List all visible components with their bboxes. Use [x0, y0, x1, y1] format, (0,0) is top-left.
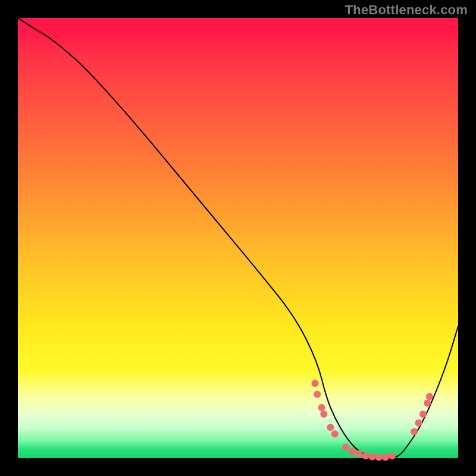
data-marker [327, 424, 334, 431]
data-marker [426, 393, 433, 400]
data-marker [356, 450, 363, 458]
data-marker [314, 391, 321, 398]
data-marker [331, 430, 339, 437]
data-marker [318, 404, 325, 411]
plot-area [18, 18, 458, 458]
data-marker [424, 400, 431, 407]
data-marker [362, 452, 369, 459]
data-marker [320, 411, 327, 418]
data-marker [349, 448, 356, 455]
data-marker [342, 444, 349, 451]
chart-overlay-svg [18, 18, 458, 458]
bottleneck-curve [18, 18, 458, 458]
data-marker [419, 411, 427, 418]
watermark-text: TheBottleneck.com [345, 2, 468, 18]
data-marker [415, 419, 422, 427]
data-marker [411, 428, 418, 436]
data-marker [312, 380, 319, 387]
chart-frame: TheBottleneck.com [0, 0, 476, 476]
data-marker [369, 453, 376, 461]
marker-group [312, 380, 433, 461]
data-marker [389, 452, 396, 459]
data-marker [375, 454, 383, 461]
data-marker [382, 454, 389, 461]
